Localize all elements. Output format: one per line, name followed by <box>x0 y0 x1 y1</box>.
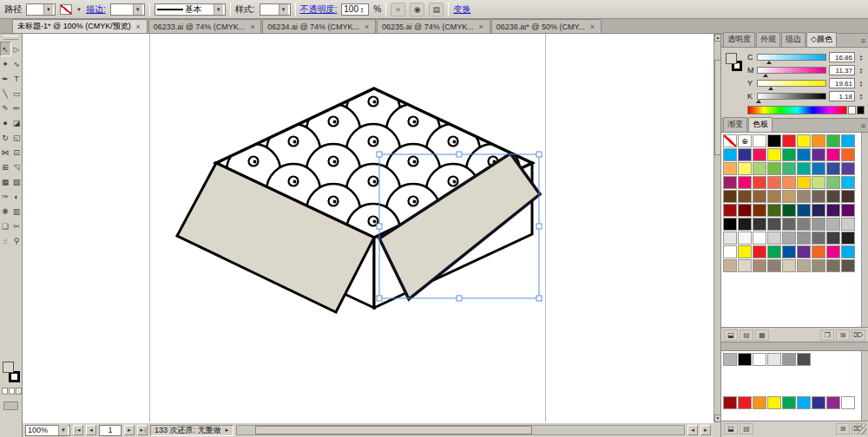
transform-link[interactable]: 变换 <box>453 3 470 16</box>
tool-pen[interactable]: ✒ <box>0 71 11 86</box>
swatch[interactable] <box>812 245 825 258</box>
swatch[interactable] <box>782 134 796 147</box>
swatch[interactable] <box>826 218 840 231</box>
tool-direct-selection[interactable]: ▷ <box>11 42 23 56</box>
chevron-down-icon[interactable]: ▼ <box>214 4 223 15</box>
scroll-left-icon[interactable]: ◄ <box>687 425 698 435</box>
swatch[interactable] <box>738 259 752 272</box>
stroke-link[interactable]: 描边: <box>86 3 106 16</box>
panel-tab[interactable]: ◇颜色 <box>806 32 837 47</box>
channel-value[interactable]: 16.86 <box>829 52 855 62</box>
swatch[interactable] <box>797 245 811 258</box>
slider-marker-icon[interactable] <box>766 58 772 64</box>
list-view-icon[interactable]: ▤ <box>740 423 753 434</box>
stroke-weight-combo[interactable]: ▼ <box>110 3 145 16</box>
chevron-down-icon[interactable]: ▼ <box>279 4 288 15</box>
scroll-right-icon[interactable]: ► <box>700 425 711 435</box>
swatch[interactable] <box>723 218 737 231</box>
document-tab[interactable]: 06235.ai @ 74% (CMYK...× <box>377 19 490 33</box>
swatch[interactable] <box>753 134 766 147</box>
swatch[interactable] <box>738 190 752 203</box>
swatch[interactable] <box>797 353 811 366</box>
tab-close-icon[interactable]: × <box>477 23 485 31</box>
fill-color-well[interactable]: ▼ <box>26 3 56 16</box>
swatch[interactable] <box>812 190 825 203</box>
panel-tab[interactable]: 色板 <box>748 117 773 132</box>
swatch[interactable] <box>797 396 811 409</box>
swatch[interactable] <box>738 162 752 175</box>
new-color-group-icon[interactable]: ❒ <box>820 329 834 341</box>
swatch[interactable] <box>782 218 796 231</box>
chevron-down-icon[interactable]: ▼ <box>133 4 142 15</box>
swatch[interactable] <box>767 259 781 272</box>
swatch[interactable] <box>841 245 855 258</box>
swatch[interactable] <box>812 232 825 245</box>
status-popup-icon[interactable]: ► <box>225 427 230 433</box>
tool-width[interactable]: ⋈ <box>0 145 11 160</box>
tool-rectangle[interactable]: ▭ <box>11 86 23 101</box>
swatch[interactable] <box>767 190 781 203</box>
tab-close-icon[interactable]: × <box>589 23 596 31</box>
swatch[interactable] <box>797 162 811 175</box>
document-tab[interactable]: 06236.ai* @ 50% (CMY...× <box>491 19 602 33</box>
select-similar-icon[interactable]: ≈ <box>391 3 405 16</box>
tool-blob-brush[interactable]: ● <box>0 115 11 130</box>
chevron-down-icon[interactable]: ▼ <box>76 7 82 12</box>
swatch[interactable] <box>753 176 766 189</box>
canvas[interactable] <box>23 34 713 422</box>
artboard-number-field[interactable]: 1 <box>99 425 122 436</box>
swatch[interactable] <box>841 134 855 147</box>
color-mode-button[interactable] <box>2 388 8 395</box>
swatch[interactable] <box>753 232 766 245</box>
swatch[interactable] <box>753 204 766 217</box>
tab-close-icon[interactable]: × <box>363 23 371 31</box>
swatch[interactable] <box>723 259 737 272</box>
swatch[interactable] <box>797 259 811 272</box>
swatch[interactable] <box>782 162 796 175</box>
swatch[interactable] <box>738 232 752 245</box>
tool-pencil[interactable]: ✏ <box>11 101 23 115</box>
swatch[interactable] <box>723 353 737 366</box>
swatch[interactable] <box>797 232 811 245</box>
spinner-arrows[interactable]: ▴▾ <box>858 54 865 61</box>
zoom-level-combo[interactable]: 100% ▼ <box>25 425 70 436</box>
panel-tab[interactable]: 渐变 <box>723 117 747 132</box>
swatch-libraries-icon[interactable]: ⬓ <box>724 329 738 341</box>
black-swatch[interactable] <box>857 106 865 114</box>
swatch[interactable] <box>826 190 840 203</box>
swatch[interactable] <box>767 218 781 231</box>
swatch[interactable] <box>723 396 737 409</box>
graphic-style-combo[interactable]: ▼ <box>260 3 291 16</box>
tool-column-graph[interactable]: ▥ <box>11 204 23 218</box>
swatch[interactable] <box>767 245 781 258</box>
swatch[interactable] <box>767 162 781 175</box>
swatch[interactable] <box>723 148 737 161</box>
prev-artboard-button[interactable]: ◄ <box>86 425 96 435</box>
swatch[interactable] <box>812 134 825 147</box>
swatch[interactable] <box>782 259 796 272</box>
tool-gradient[interactable]: ▧ <box>11 174 23 189</box>
swatch[interactable] <box>782 245 796 258</box>
color-spectrum-bar[interactable] <box>747 106 847 114</box>
swatch[interactable] <box>723 176 737 189</box>
toolbox-grip[interactable] <box>3 36 18 40</box>
swatch[interactable] <box>767 232 781 245</box>
swatch[interactable] <box>753 245 766 258</box>
panel-menu-icon[interactable]: ≡ <box>861 36 865 45</box>
panel-tab[interactable]: 外观 <box>756 32 780 47</box>
slider-marker-icon[interactable] <box>763 71 768 77</box>
channel-slider[interactable] <box>757 93 826 100</box>
brush-definition-combo[interactable]: 基本 ▼ <box>155 3 226 16</box>
horizontal-scroll-thumb[interactable] <box>255 426 532 434</box>
tool-perspective-grid[interactable]: ◹ <box>11 160 23 174</box>
swatch[interactable] <box>797 204 811 217</box>
tool-lasso[interactable]: ∿ <box>11 56 23 71</box>
swatch[interactable] <box>841 148 855 161</box>
swatch[interactable] <box>841 232 855 245</box>
swatch-registration[interactable] <box>738 134 752 147</box>
new-item-icon[interactable]: ⊞ <box>836 423 850 434</box>
swatch[interactable] <box>841 396 855 409</box>
swatch[interactable] <box>841 162 855 175</box>
panel-tab[interactable]: 描边 <box>781 32 806 47</box>
channel-slider[interactable] <box>757 80 826 87</box>
